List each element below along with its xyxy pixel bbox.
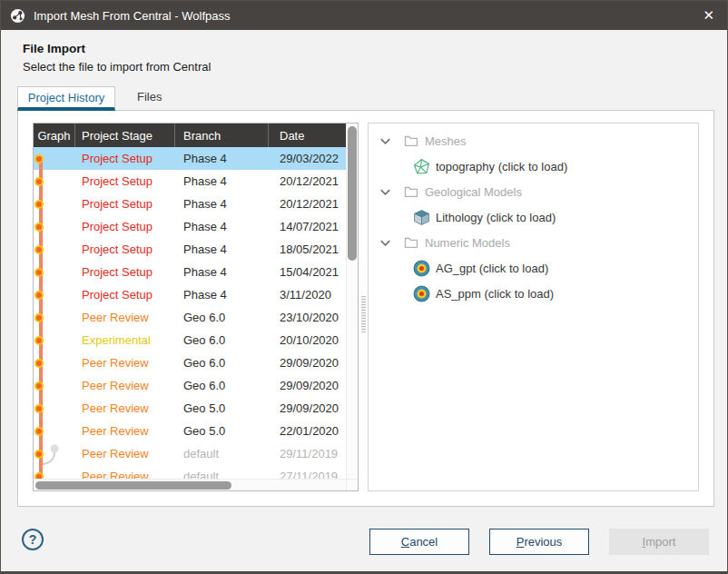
table-row[interactable]: Project Setup Phase 4 29/03/2022 — [34, 147, 346, 170]
tree-item-label: AS_ppm (click to load) — [436, 287, 554, 301]
date-cell: 20/10/2020 — [269, 333, 346, 347]
folder-icon — [404, 235, 418, 250]
tab-files[interactable]: Files — [115, 86, 183, 111]
close-icon[interactable]: ✕ — [687, 7, 718, 24]
revision-dot-icon — [34, 268, 44, 277]
chevron-down-icon[interactable] — [379, 236, 392, 250]
tree-group-row[interactable]: Geological Models — [369, 179, 698, 204]
date-cell: 29/09/2020 — [269, 401, 346, 415]
date-cell: 20/12/2021 — [269, 174, 346, 188]
date-cell: 3/11/2020 — [269, 288, 346, 302]
tree-group-label: Geological Models — [425, 185, 522, 199]
chevron-down-icon[interactable] — [379, 185, 392, 199]
branch-cell: Geo 6.0 — [175, 311, 269, 324]
project-stage-cell: Peer Review — [75, 424, 175, 438]
table-rows-viewport: Project Setup Phase 4 29/03/2022 Project… — [34, 147, 346, 479]
date-cell: 22/01/2020 — [269, 424, 346, 438]
date-cell: 29/03/2022 — [269, 152, 346, 165]
revision-dot-icon — [34, 336, 44, 345]
tab-bar: Project History Files — [17, 86, 183, 111]
date-cell: 14/07/2021 — [269, 220, 346, 233]
folder-icon — [404, 134, 418, 148]
column-header-project-stage: Project Stage — [75, 124, 175, 147]
project-stage-cell: Project Setup — [75, 220, 175, 233]
revision-dot-icon — [34, 223, 44, 232]
branch-cell: Phase 4 — [175, 174, 269, 188]
revision-dot-icon — [34, 381, 44, 391]
revision-dot-icon — [34, 177, 44, 186]
table-row[interactable]: Peer Review Geo 6.0 23/10/2020 — [34, 306, 346, 329]
branch-cell: Phase 4 — [175, 242, 269, 256]
table-row[interactable]: Experimental Geo 6.0 20/10/2020 — [34, 329, 346, 351]
horizontal-scrollbar-thumb[interactable] — [35, 481, 231, 490]
date-cell: 20/12/2021 — [269, 197, 346, 211]
branch-cell: Phase 4 — [175, 265, 269, 279]
table-row[interactable]: Peer Review Geo 6.0 29/09/2020 — [34, 351, 346, 374]
branch-cell: default — [175, 447, 269, 460]
project-stage-cell: Project Setup — [75, 174, 175, 188]
project-stage-cell: Project Setup — [75, 288, 175, 302]
revision-dot-icon — [34, 359, 44, 368]
table-row[interactable]: Project Setup Phase 4 3/11/2020 — [34, 283, 346, 306]
import-button[interactable]: Import — [609, 529, 709, 555]
project-history-table: Graph Project Stage Branch Date Project … — [33, 123, 359, 491]
tree-item-label: topography (click to load) — [436, 160, 567, 173]
table-row[interactable]: Peer Review Geo 5.0 22/01/2020 — [34, 420, 346, 442]
cancel-button[interactable]: Cancel — [369, 529, 469, 555]
previous-button[interactable]: Previous — [489, 529, 589, 555]
date-cell: 18/05/2021 — [269, 242, 346, 256]
revision-dot-icon — [34, 450, 44, 459]
help-button[interactable]: ? — [22, 529, 44, 550]
date-cell: 23/10/2020 — [269, 311, 346, 324]
date-cell: 29/09/2020 — [269, 356, 346, 370]
project-stage-cell: Project Setup — [75, 242, 175, 256]
table-row[interactable]: Project Setup Phase 4 20/12/2021 — [34, 170, 346, 193]
numeric-model-icon — [413, 285, 430, 302]
table-row[interactable]: Peer Review default 27/11/2019 — [34, 465, 346, 479]
table-row[interactable]: Project Setup Phase 4 20/12/2021 — [34, 193, 346, 215]
date-cell: 29/11/2019 — [269, 447, 346, 460]
panel-splitter-handle[interactable] — [361, 296, 366, 332]
vertical-scrollbar-thumb[interactable] — [348, 126, 357, 261]
objects-tree-panel: Meshestopography (click to load)Geologic… — [368, 123, 699, 491]
branch-cell: Geo 6.0 — [175, 333, 269, 347]
project-stage-cell: Peer Review — [75, 401, 175, 415]
tree-item-label: AG_gpt (click to load) — [436, 262, 548, 275]
tree-item[interactable]: topography (click to load) — [369, 153, 698, 179]
date-cell: 15/04/2021 — [269, 265, 346, 279]
tree-item[interactable]: AS_ppm (click to load) — [369, 281, 698, 306]
table-header-row: Graph Project Stage Branch Date — [34, 124, 346, 147]
revision-dot-icon — [34, 313, 44, 322]
revision-dot-icon — [34, 472, 44, 480]
window-title: Import Mesh From Central - Wolfpass — [34, 9, 230, 23]
vertical-scrollbar — [346, 124, 358, 479]
tab-project-history[interactable]: Project History — [17, 86, 115, 111]
table-row[interactable]: Peer Review Geo 5.0 29/09/2020 — [34, 397, 346, 420]
table-row[interactable]: Project Setup Phase 4 14/07/2021 — [34, 215, 346, 238]
revision-dot-icon — [34, 154, 44, 163]
table-row[interactable]: Project Setup Phase 4 18/05/2021 — [34, 238, 346, 261]
project-stage-cell: Peer Review — [75, 470, 175, 479]
title-bar: Import Mesh From Central - Wolfpass ✕ — [1, 1, 727, 30]
column-header-branch: Branch — [175, 124, 269, 147]
project-stage-cell: Peer Review — [75, 356, 175, 370]
tree-group-label: Numeric Models — [425, 236, 510, 250]
revision-dot-icon — [34, 291, 44, 300]
central-app-icon — [10, 8, 25, 24]
page-subtitle: Select the file to import from Central — [23, 60, 211, 74]
branch-cell: Geo 6.0 — [175, 356, 269, 370]
project-stage-cell: Peer Review — [75, 447, 175, 460]
tree-group-row[interactable]: Numeric Models — [369, 230, 698, 255]
revision-dot-icon — [34, 427, 44, 436]
table-row[interactable]: Peer Review default 29/11/2019 — [34, 442, 346, 465]
branch-cell: Geo 6.0 — [175, 379, 269, 392]
project-stage-cell: Project Setup — [75, 152, 175, 165]
chevron-down-icon[interactable] — [379, 134, 392, 148]
tree-group-row[interactable]: Meshes — [369, 128, 698, 153]
table-row[interactable]: Project Setup Phase 4 15/04/2021 — [34, 261, 346, 283]
tree-item[interactable]: Lithology (click to load) — [369, 204, 698, 230]
revision-dot-icon — [34, 200, 44, 209]
branch-cell: Geo 5.0 — [175, 424, 269, 438]
table-row[interactable]: Peer Review Geo 6.0 29/09/2020 — [34, 374, 346, 397]
tree-item[interactable]: AG_gpt (click to load) — [369, 255, 698, 281]
